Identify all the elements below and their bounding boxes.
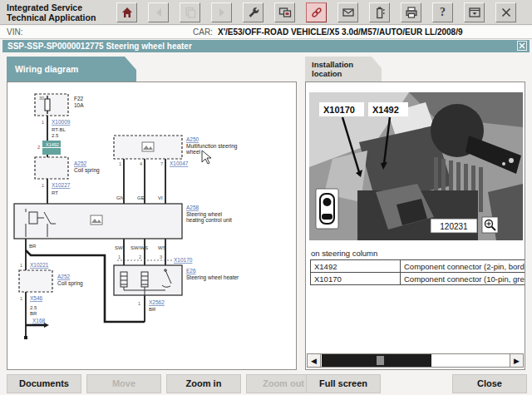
connector-link[interactable]: X2562 <box>149 299 165 305</box>
fuse-terminal-label: 30 <box>39 96 44 101</box>
zoom-in-button[interactable]: Zoom in <box>166 374 241 393</box>
mail-icon <box>342 6 355 19</box>
wire-color-label: BR <box>149 307 156 312</box>
pin-label: 3 <box>160 254 162 259</box>
connector-desc-cell: Component connector (10-pin, green) <box>401 273 526 285</box>
pin-label: 1 <box>42 183 44 188</box>
copy-document-icon <box>184 6 197 19</box>
connector-table: X1492 Component connector (2-pin, bordea… <box>310 259 525 285</box>
connection-chain-icon <box>310 6 323 19</box>
ground-link[interactable]: X168 <box>32 318 46 323</box>
wire-color-label: VI <box>158 195 163 200</box>
copy-document-button <box>180 2 200 22</box>
table-row[interactable]: X1492 Component connector (2-pin, bordea… <box>311 260 526 273</box>
tab-installation-label-line2: location <box>312 69 382 78</box>
connector-link[interactable]: X10170 <box>174 257 193 263</box>
documents-button[interactable]: Documents <box>7 374 81 393</box>
car-value: X'/E53/OFF-ROAD VEHICLE/X5 3.0d/M57/AUTO… <box>218 27 463 37</box>
document-close-button[interactable] <box>517 41 527 51</box>
scroll-right-button[interactable]: ▶ <box>510 354 523 367</box>
horizontal-scrollbar[interactable]: ◀ ▶ <box>307 353 524 368</box>
connector-link[interactable]: X10047 <box>170 160 189 166</box>
installation-photo[interactable]: X10170 X1492 120231 <box>309 92 523 240</box>
coil-spring-box-upper[interactable] <box>35 157 68 179</box>
connector-id-cell[interactable]: X1492 <box>311 260 401 273</box>
devices-icon <box>278 6 292 19</box>
forward-button <box>211 2 232 22</box>
wire-color-label: GN <box>116 195 124 200</box>
wire-color-label: SW/WS <box>131 245 148 250</box>
vehicle-identification-bar: VIN: CAR: X'/E53/OFF-ROAD VEHICLE/X5 3.0… <box>0 26 532 39</box>
main-toolbar: ? <box>116 2 516 22</box>
full-screen-button[interactable]: Full screen <box>306 374 381 393</box>
mfl-name-line2: wheel <box>185 149 201 155</box>
installation-location-panel[interactable]: X10170 X1492 120231 on steering c <box>305 81 525 370</box>
wire-gauge-label: 2.5 <box>30 305 37 310</box>
pin-label: 1 <box>20 263 22 268</box>
coil-spring-box-lower[interactable] <box>19 270 52 292</box>
heater-name: Steering wheel heater <box>186 274 239 281</box>
vin-label: VIN: <box>7 27 22 37</box>
minimize-window-button[interactable] <box>464 2 485 22</box>
photo-reference-number: 120231 <box>440 222 468 231</box>
coil-spring-id-link[interactable]: A252 <box>57 274 71 279</box>
highlighted-connector[interactable] <box>42 148 61 155</box>
wiring-diagram-panel[interactable]: 30 F22 10A 1 X10009 RT-BL 2.5 2 X1492 A2… <box>7 81 297 370</box>
highlight-pin-label: 2 <box>37 145 41 150</box>
battery-status-button[interactable] <box>369 2 390 22</box>
tab-wiring-diagram[interactable]: Wiring diagram <box>7 57 136 81</box>
control-unit-name-line2: heating control unit <box>186 217 232 224</box>
connector-link[interactable]: X10221 <box>30 262 49 268</box>
fuse-id-label: F22 <box>74 96 84 101</box>
connector-link[interactable]: X546 <box>30 295 43 301</box>
photo-label-x1492: X1492 <box>372 105 399 115</box>
app-title-line1: Integrated Service <box>7 2 96 12</box>
wire-color-label: BR <box>30 311 37 316</box>
heater-id-link[interactable]: E26 <box>186 268 196 274</box>
help-button[interactable]: ? <box>432 2 453 22</box>
exit-button[interactable] <box>495 2 516 22</box>
scroll-left-button[interactable]: ◀ <box>308 354 321 367</box>
coil-spring-name: Coil spring <box>74 167 100 174</box>
control-unit-id-link[interactable]: A258 <box>186 205 200 210</box>
photo-label-x10170: X10170 <box>323 105 355 115</box>
coil-spring-id-link[interactable]: A252 <box>74 160 87 166</box>
tab-installation-location[interactable]: Installation location <box>305 57 382 81</box>
home-button[interactable] <box>116 2 137 22</box>
wire-color-label: SW <box>115 245 123 250</box>
mouse-cursor <box>202 151 211 164</box>
close-button[interactable]: Close <box>452 374 527 393</box>
wire-color-label: RT <box>52 190 58 195</box>
home-icon <box>121 6 134 19</box>
document-titlebar: SSP-SSP-SP0000012775 Steering wheel heat… <box>2 40 530 52</box>
fuse-amp-label: 10A <box>74 102 84 108</box>
scrollbar-range <box>322 354 431 367</box>
highlighted-connector-label: X1492 <box>46 142 59 147</box>
location-note: on steering column <box>311 249 377 258</box>
connector-link[interactable]: X10009 <box>52 119 71 125</box>
connector-id-cell[interactable]: X10170 <box>311 273 401 285</box>
messages-button[interactable] <box>337 2 358 22</box>
battery-icon <box>373 6 387 19</box>
table-row[interactable]: X10170 Component connector (10-pin, gree… <box>311 273 526 285</box>
app-header: Integrated Service Technical Application <box>0 0 532 25</box>
vehicle-interface-button[interactable] <box>274 2 295 22</box>
mfl-id-link[interactable]: A250 <box>186 136 200 142</box>
car-label: CAR: <box>193 27 213 37</box>
tab-installation-label-line1: Installation <box>312 60 382 69</box>
print-button[interactable] <box>401 2 421 22</box>
wire-end-dot <box>24 336 27 339</box>
wrench-icon <box>247 6 260 19</box>
pin-label: 1 <box>119 161 121 166</box>
tab-wiring-diagram-label: Wiring diagram <box>15 64 78 74</box>
app-title: Integrated Service Technical Application <box>7 2 96 22</box>
magnifier-button[interactable] <box>482 217 498 233</box>
back-arrow-icon <box>152 6 165 19</box>
service-functions-button[interactable] <box>243 2 264 22</box>
connector-link[interactable]: X10227 <box>52 182 71 188</box>
wire-color-label: WS <box>158 245 166 250</box>
connection-button[interactable] <box>306 2 327 22</box>
scrollbar-thumb[interactable] <box>377 356 384 365</box>
wire-color-label: BR <box>29 244 37 249</box>
wiring-diagram-svg: 30 F22 10A 1 X10009 RT-BL 2.5 2 X1492 A2… <box>7 82 296 369</box>
